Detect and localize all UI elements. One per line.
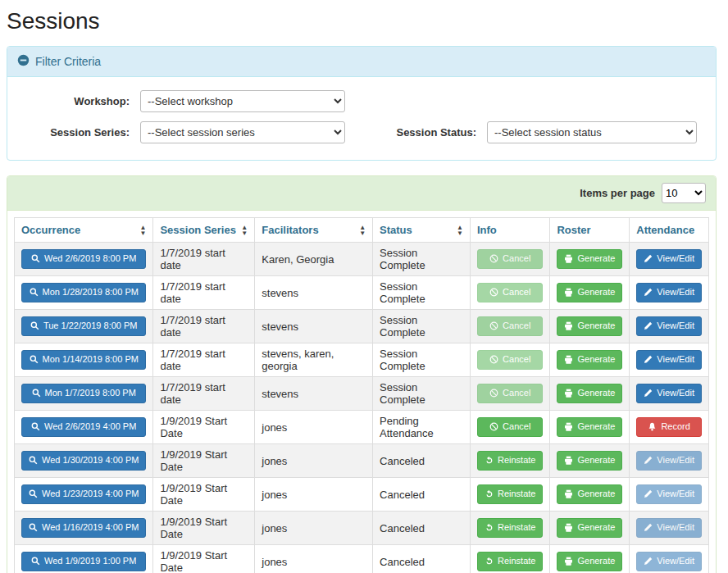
info-action-button[interactable]: Cancel — [477, 350, 543, 369]
table-row: Wed 2/6/2019 8:00 PM 1/7/2019 start date… — [15, 243, 709, 276]
search-icon — [31, 254, 40, 263]
workshop-select[interactable]: --Select workshop — [140, 90, 345, 112]
occurrence-label: Mon 1/14/2019 8:00 PM — [43, 353, 139, 366]
info-cell: Cancel — [470, 411, 549, 444]
session-series-cell: 1/9/2019 Start Date — [153, 512, 255, 545]
occurrence-cell: Wed 1/30/2019 4:00 PM — [15, 444, 153, 478]
attendance-action-button[interactable]: View/Edit — [636, 384, 702, 402]
info-cell: Reinstate — [470, 444, 549, 478]
sort-icon[interactable]: ▲▼ — [359, 225, 366, 236]
roster-cell: Generate — [550, 545, 630, 573]
info-action-button[interactable]: Reinstate — [477, 484, 543, 503]
attendance-action-button[interactable]: View/Edit — [636, 249, 702, 268]
occurrence-button[interactable]: Wed 1/23/2019 4:00 PM — [21, 484, 146, 503]
facilitators-cell: jones — [255, 478, 373, 512]
attendance-action-button[interactable]: Record — [636, 417, 702, 436]
collapse-icon[interactable] — [17, 54, 30, 69]
attendance-cell: View/Edit — [630, 310, 709, 343]
session-series-cell: 1/7/2019 start date — [153, 343, 255, 377]
info-action-button[interactable]: Reinstate — [477, 451, 543, 470]
search-icon — [29, 456, 38, 465]
roster-generate-button[interactable]: Generate — [557, 451, 622, 470]
status-cell: Session Complete — [373, 243, 471, 276]
roster-generate-button[interactable]: Generate — [557, 518, 622, 537]
column-header-facilitators[interactable]: Facilitators ▲▼ — [255, 218, 373, 243]
facilitators-cell: stevens — [255, 377, 373, 411]
occurrence-button[interactable]: Wed 2/6/2019 8:00 PM — [21, 249, 146, 268]
pencil-icon — [644, 389, 653, 398]
occurrence-cell: Wed 2/6/2019 4:00 PM — [15, 411, 153, 444]
info-action-button[interactable]: Cancel — [477, 249, 543, 268]
table-row: Tue 1/22/2019 8:00 PM 1/7/2019 start dat… — [15, 310, 709, 343]
table-row: Wed 1/30/2019 4:00 PM 1/9/2019 Start Dat… — [15, 444, 709, 478]
search-icon — [29, 489, 38, 498]
occurrence-label: Mon 1/28/2019 8:00 PM — [43, 286, 139, 298]
info-action-button[interactable]: Cancel — [477, 417, 543, 436]
occurrence-cell: Tue 1/22/2019 8:00 PM — [15, 310, 153, 343]
info-cell: Cancel — [470, 377, 549, 411]
attendance-action-button[interactable]: View/Edit — [636, 283, 702, 302]
occurrence-button[interactable]: Mon 1/14/2019 8:00 PM — [21, 350, 146, 369]
attendance-action-button[interactable]: View/Edit — [636, 484, 702, 503]
ban-icon — [489, 389, 498, 398]
attendance-cell: Record — [630, 411, 709, 444]
print-icon — [564, 489, 573, 498]
info-action-button[interactable]: Cancel — [477, 316, 543, 335]
roster-generate-button[interactable]: Generate — [557, 350, 622, 369]
column-header-status[interactable]: Status ▲▼ — [373, 218, 471, 243]
table-toolbar: Items per page 10 — [7, 176, 716, 211]
status-cell: Canceled — [373, 478, 471, 512]
roster-generate-button[interactable]: Generate — [557, 249, 622, 268]
session-series-cell: 1/9/2019 Start Date — [153, 545, 255, 573]
filter-criteria-header[interactable]: Filter Criteria — [7, 47, 716, 77]
occurrence-label: Wed 1/16/2019 4:00 PM — [42, 521, 139, 534]
search-icon — [30, 288, 39, 297]
facilitators-cell: jones — [255, 545, 373, 573]
table-header-row: Occurrence ▲▼ Session Series ▲▼ Facilita… — [15, 218, 709, 243]
session-status-select[interactable]: --Select session status — [487, 121, 697, 143]
pencil-icon — [644, 523, 653, 532]
roster-generate-button[interactable]: Generate — [557, 552, 622, 571]
info-action-button[interactable]: Cancel — [477, 283, 543, 302]
roster-generate-button[interactable]: Generate — [557, 283, 622, 302]
sort-icon[interactable]: ▲▼ — [140, 225, 147, 236]
column-header-attendance: Attendance — [630, 218, 709, 243]
sort-icon[interactable]: ▲▼ — [457, 225, 463, 236]
info-cell: Cancel — [470, 310, 549, 343]
items-per-page-label: Items per page — [580, 187, 655, 199]
sort-icon[interactable]: ▲▼ — [241, 225, 248, 236]
info-action-button[interactable]: Reinstate — [477, 518, 543, 537]
filter-criteria-panel: Filter Criteria Workshop: --Select works… — [7, 46, 717, 161]
occurrence-button[interactable]: Wed 1/16/2019 4:00 PM — [21, 518, 146, 537]
info-action-button[interactable]: Cancel — [477, 384, 543, 402]
column-header-session-series[interactable]: Session Series ▲▼ — [153, 218, 255, 243]
info-action-button[interactable]: Reinstate — [477, 552, 543, 571]
roster-generate-button[interactable]: Generate — [557, 484, 622, 503]
attendance-action-button[interactable]: View/Edit — [636, 350, 702, 369]
facilitators-cell: stevens — [255, 310, 373, 343]
occurrence-button[interactable]: Tue 1/22/2019 8:00 PM — [21, 316, 146, 335]
attendance-action-button[interactable]: View/Edit — [636, 552, 702, 571]
items-per-page-select[interactable]: 10 — [662, 183, 706, 203]
column-header-occurrence[interactable]: Occurrence ▲▼ — [15, 218, 153, 243]
attendance-action-button[interactable]: View/Edit — [636, 518, 702, 537]
roster-generate-button[interactable]: Generate — [557, 316, 622, 335]
roster-cell: Generate — [550, 343, 630, 377]
attendance-action-button[interactable]: View/Edit — [636, 451, 702, 470]
facilitators-cell: jones — [255, 411, 373, 444]
roster-generate-button[interactable]: Generate — [557, 417, 622, 436]
occurrence-button[interactable]: Wed 2/6/2019 4:00 PM — [21, 417, 146, 436]
roster-generate-button[interactable]: Generate — [557, 384, 622, 402]
session-status-label: Session Status: — [376, 126, 487, 139]
occurrence-button[interactable]: Mon 1/28/2019 8:00 PM — [21, 283, 146, 302]
print-icon — [564, 523, 573, 532]
occurrence-cell: Wed 2/6/2019 8:00 PM — [15, 243, 153, 276]
session-series-cell: 1/7/2019 start date — [153, 377, 255, 411]
occurrence-button[interactable]: Mon 1/7/2019 8:00 PM — [21, 384, 146, 402]
ban-icon — [489, 288, 498, 297]
session-series-select[interactable]: --Select session series — [140, 121, 345, 143]
occurrence-button[interactable]: Wed 1/30/2019 4:00 PM — [21, 451, 146, 470]
attendance-action-button[interactable]: View/Edit — [636, 316, 702, 335]
occurrence-button[interactable]: Wed 1/9/2019 1:00 PM — [21, 552, 146, 571]
search-icon — [29, 523, 38, 532]
